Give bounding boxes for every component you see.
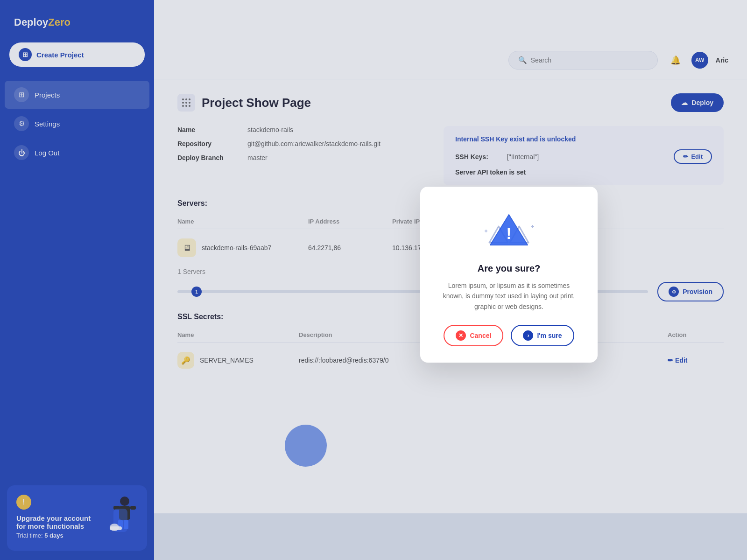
cancel-button[interactable]: ✕ Cancel (444, 325, 503, 346)
confirm-button[interactable]: › I'm sure (511, 325, 574, 346)
confirmation-modal: ! Are you sure? Lorem ipsum, or lipsum a… (420, 187, 598, 363)
cancel-x-icon: ✕ (456, 330, 466, 341)
modal-title: Are you sure? (439, 263, 579, 274)
confirm-check-icon: › (523, 330, 533, 341)
svg-text:!: ! (506, 224, 511, 242)
modal-buttons: ✕ Cancel › I'm sure (439, 325, 579, 346)
modal-warning-icon: ! (439, 205, 579, 254)
modal-overlay: ! Are you sure? Lorem ipsum, or lipsum a… (0, 0, 747, 560)
modal-text: Lorem ipsum, or lipsum as it is sometime… (439, 280, 579, 312)
